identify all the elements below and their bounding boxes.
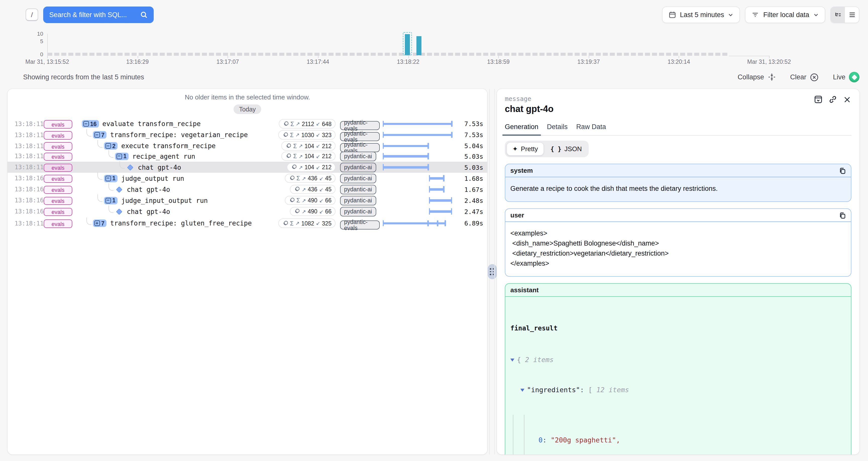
- scope-badge[interactable]: pydantic-evals: [340, 143, 380, 152]
- zero-bucket-dash: [715, 53, 720, 56]
- live-toggle[interactable]: Live: [833, 72, 860, 82]
- zero-bucket-dash: [378, 53, 383, 56]
- duration-bar: [429, 199, 452, 202]
- scope-badge[interactable]: pydantic-ai: [340, 174, 376, 183]
- tree-connector: [97, 140, 102, 147]
- pretty-mode-button[interactable]: ✦ Pretty: [506, 142, 544, 156]
- collapse-button[interactable]: Collapse: [738, 73, 776, 81]
- trace-row[interactable]: 13:18:16 evals − 1 judge_output run Σ ↗ …: [7, 173, 487, 184]
- output-tokens: 212: [322, 153, 332, 159]
- chart-x-tick: [137, 56, 138, 58]
- evals-tag-badge[interactable]: evals: [44, 175, 72, 183]
- span-kind-label: message: [505, 95, 554, 102]
- input-tokens: 1082: [301, 220, 314, 226]
- evals-tag-badge[interactable]: evals: [44, 220, 72, 228]
- evals-tag-badge[interactable]: evals: [44, 196, 72, 205]
- trace-row[interactable]: 13:18:11 evals − 1 recipe_agent run Σ ↗ …: [7, 151, 487, 162]
- output-arrow-icon: ↙: [319, 176, 323, 181]
- output-arrow-icon: ↙: [319, 187, 323, 192]
- archive-save-button[interactable]: [814, 95, 823, 104]
- scope-badge[interactable]: pydantic-evals: [340, 220, 380, 230]
- copy-icon[interactable]: [839, 212, 846, 219]
- evals-tag-badge[interactable]: evals: [44, 208, 72, 216]
- scope-badge[interactable]: pydantic-ai: [340, 152, 376, 161]
- row-tag-cell: evals: [44, 152, 79, 161]
- row-duration: 5.03s: [455, 163, 483, 171]
- chart-y-axis: [47, 34, 48, 56]
- evals-tag-badge[interactable]: evals: [44, 152, 72, 161]
- evals-tag-badge[interactable]: evals: [44, 142, 72, 151]
- scope-badge[interactable]: pydantic-ai: [340, 196, 376, 205]
- row-scope-cell: pydantic-evals: [336, 118, 380, 130]
- panel-drag-handle[interactable]: [488, 264, 497, 279]
- slash-shortcut-key: /: [26, 8, 38, 21]
- time-range-dropdown[interactable]: Last 5 minutes: [662, 6, 740, 23]
- trace-row[interactable]: 13:18:16 evals chat gpt-4o ↗ 436 ↙ 45: [7, 184, 487, 195]
- expander-count: 1: [112, 197, 116, 204]
- trace-row[interactable]: 13:18:11 evals + 7 transform_recipe: glu…: [7, 217, 487, 228]
- coins-icon: [294, 186, 300, 192]
- gantt-track: [383, 173, 452, 184]
- close-panel-button[interactable]: [843, 95, 851, 104]
- evals-tag-badge[interactable]: evals: [44, 120, 72, 128]
- json-mode-button[interactable]: { } JSON: [545, 142, 587, 156]
- zero-bucket-dash: [385, 53, 390, 56]
- expander-toggle[interactable]: − 2: [104, 142, 118, 150]
- scope-badge[interactable]: pydantic-ai: [340, 207, 376, 216]
- chart-x-tick-label: 13:19:37: [578, 59, 600, 65]
- duration-bar: [383, 166, 429, 168]
- row-tree-cell: − 1 judge_output run: [79, 175, 276, 182]
- trace-row[interactable]: 13:18:11 evals − 2 execute transform_rec…: [7, 140, 487, 151]
- zero-bucket-dash: [47, 53, 52, 56]
- json-ingredient-items: 0: "200g spaghetti", 1: "2 tablespoons o…: [510, 415, 846, 455]
- expander-toggle[interactable]: + 7: [93, 219, 107, 227]
- zero-bucket-dash: [230, 53, 235, 56]
- json-ingredients-line[interactable]: "ingredients": [ 12 items: [510, 385, 846, 395]
- trace-row[interactable]: 13:18:11 evals − 7 transform_recipe: veg…: [7, 128, 487, 140]
- evals-tag-badge[interactable]: evals: [44, 186, 72, 194]
- expander-toggle[interactable]: − 7: [93, 131, 107, 139]
- zero-bucket-dash: [448, 53, 453, 56]
- render-mode-toggle: ✦ Pretty { } JSON: [505, 141, 589, 157]
- json-collapse-chevron-icon[interactable]: [510, 358, 515, 361]
- evals-tag-badge[interactable]: evals: [44, 131, 72, 140]
- row-gantt-cell: [380, 217, 455, 230]
- chart-x-tick-label: 13:18:22: [397, 59, 420, 65]
- expander-box-icon: −: [105, 176, 111, 181]
- json-root-line[interactable]: { 2 items: [510, 355, 846, 365]
- row-timestamp: 13:18:11: [14, 120, 44, 127]
- evals-tag-badge[interactable]: evals: [44, 163, 72, 172]
- copy-icon[interactable]: [839, 167, 846, 174]
- trace-row[interactable]: 13:18:11 evals − 16 evaluate transform_r…: [7, 118, 487, 128]
- records-timeline-chart[interactable]: 1050Mar 31, 13:15:5213:16:2913:17:0713:1…: [0, 28, 868, 67]
- trace-row[interactable]: 13:18:16 evals chat gpt-4o ↗ 490 ↙ 66: [7, 206, 487, 217]
- tab-generation[interactable]: Generation: [505, 123, 538, 135]
- message-card-system: system Generate a recipe to cook the dis…: [505, 164, 851, 202]
- trace-row[interactable]: 13:18:11 evals chat gpt-4o ↗ 104 ↙ 212: [7, 162, 487, 173]
- row-duration: 7.53s: [455, 131, 483, 139]
- duration-bar: [383, 134, 452, 136]
- tab-details[interactable]: Details: [547, 123, 568, 135]
- filter-local-data-dropdown[interactable]: Filter local data: [745, 6, 825, 23]
- list-view-toggle[interactable]: [845, 7, 859, 23]
- json-collapse-chevron-icon[interactable]: [520, 389, 524, 392]
- expander-toggle[interactable]: − 1: [104, 196, 118, 204]
- copy-link-button[interactable]: [828, 95, 837, 104]
- expander-toggle[interactable]: − 1: [104, 175, 118, 182]
- zero-bucket-dash: [575, 53, 580, 56]
- row-timestamp: 13:18:16: [14, 197, 44, 204]
- trace-row[interactable]: 13:18:16 evals − 1 judge_input_output ru…: [7, 195, 487, 206]
- expander-box-icon: −: [94, 132, 100, 137]
- chart-x-tick: [318, 56, 318, 58]
- zero-bucket-dash: [638, 53, 643, 56]
- expander-toggle[interactable]: − 16: [82, 120, 99, 128]
- scope-badge[interactable]: pydantic-ai: [340, 185, 376, 194]
- expander-toggle[interactable]: − 1: [115, 152, 129, 160]
- tree-view-toggle[interactable]: [831, 7, 845, 23]
- scope-badge[interactable]: pydantic-ai: [340, 163, 376, 172]
- chart-bar[interactable]: [416, 36, 422, 55]
- tab-raw-data[interactable]: Raw Data: [576, 123, 606, 135]
- search-button[interactable]: Search & filter with SQL...: [43, 6, 154, 23]
- expander-count: 7: [101, 132, 104, 138]
- clear-button[interactable]: Clear: [790, 72, 819, 82]
